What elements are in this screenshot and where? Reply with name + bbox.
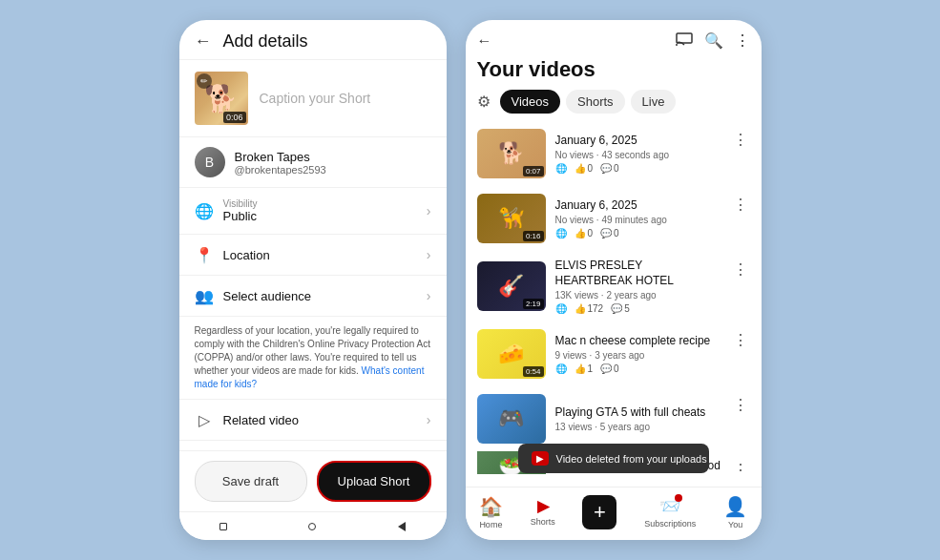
more-options-icon[interactable]: ⋮ xyxy=(735,31,750,50)
video-stats: 🌐 👍 172 💬 5 xyxy=(555,303,721,314)
shorts-nav-item[interactable]: ▶ Shorts xyxy=(531,497,555,527)
header-icons: 🔍 ⋮ xyxy=(676,31,750,50)
video-item[interactable]: 🎮 Playing GTA 5 with full cheats 13 view… xyxy=(466,386,762,451)
bottom-navigation: 🏠 Home ▶ Shorts + 📨 Subscriptions 👤 You xyxy=(466,487,762,540)
audience-content: Select audience xyxy=(223,289,427,303)
shorts-label: Shorts xyxy=(531,517,555,527)
video-title: January 6, 2025 xyxy=(555,198,721,214)
duration-badge: 2:19 xyxy=(523,299,544,309)
video-menu-button[interactable]: ⋮ xyxy=(731,394,750,416)
video-item[interactable]: 🐕 0:07 January 6, 2025 No views · 43 sec… xyxy=(466,121,762,186)
chevron-right-icon: › xyxy=(427,288,431,303)
chevron-right-icon: › xyxy=(427,247,431,262)
you-nav-item[interactable]: 👤 You xyxy=(723,495,747,529)
video-item[interactable]: 🦮 0:16 January 6, 2025 No views · 49 min… xyxy=(466,186,762,251)
video-menu-button[interactable]: ⋮ xyxy=(731,259,750,280)
tab-videos[interactable]: Videos xyxy=(500,90,561,114)
tabs-row: ⚙ Videos Shorts Live xyxy=(466,90,762,121)
likes-stat: 👍 172 xyxy=(574,303,604,314)
cast-icon[interactable] xyxy=(676,32,693,49)
toast-notification: ▶ Video deleted from your uploads xyxy=(518,444,709,473)
duration-badge: 0:54 xyxy=(523,366,544,377)
location-row[interactable]: 📍 Location › xyxy=(179,235,447,276)
subscriptions-label: Subscriptions xyxy=(644,519,696,529)
audience-icon: 👥 xyxy=(195,286,214,305)
subscriptions-nav-item[interactable]: 📨 Subscriptions xyxy=(644,496,696,529)
page-title: Add details xyxy=(223,31,308,52)
video-title: ELVIS PRESLEY HEARTBREAK HOTEL xyxy=(555,259,721,288)
header-left: ← xyxy=(477,32,492,50)
search-icon[interactable]: 🔍 xyxy=(704,31,723,50)
comments-stat: 💬 0 xyxy=(600,163,619,174)
likes-stat: 👍 0 xyxy=(574,163,594,174)
location-content: Location xyxy=(223,248,427,262)
you-icon: 👤 xyxy=(723,495,747,518)
video-item[interactable]: 🎸 2:19 ELVIS PRESLEY HEARTBREAK HOTEL 13… xyxy=(466,251,762,321)
back-button[interactable]: ← xyxy=(195,31,212,52)
video-menu-button[interactable]: ⋮ xyxy=(731,329,750,351)
related-video-row[interactable]: ▷ Related video › xyxy=(179,400,447,441)
video-info: ELVIS PRESLEY HEARTBREAK HOTEL 13K views… xyxy=(555,259,721,314)
video-meta: 13K views · 2 years ago xyxy=(555,290,721,301)
filter-icon[interactable]: ⚙ xyxy=(477,93,491,111)
audience-row[interactable]: 👥 Select audience › xyxy=(179,276,447,317)
video-thumbnail: 🎸 2:19 xyxy=(477,261,546,311)
video-item[interactable]: 🧀 0:54 Mac n cheese complete recipe 9 vi… xyxy=(466,321,762,386)
coppa-text: Regardless of your location, you're lega… xyxy=(179,317,447,400)
video-thumbnail: 🎮 xyxy=(477,394,546,444)
nav-home-button[interactable] xyxy=(308,523,316,530)
video-info: January 6, 2025 No views · 43 seconds ag… xyxy=(555,134,721,175)
play-icon: ▷ xyxy=(195,410,214,429)
home-nav-item[interactable]: 🏠 Home xyxy=(479,495,503,529)
visibility-sublabel: Visibility xyxy=(223,198,427,209)
svg-rect-0 xyxy=(677,33,692,43)
back-button[interactable]: ← xyxy=(477,32,492,50)
youtube-icon: ▶ xyxy=(532,451,549,466)
subscriptions-icon: 📨 xyxy=(659,496,680,517)
caption-input[interactable]: Caption your Short xyxy=(260,91,431,106)
edit-icon[interactable]: ✏ xyxy=(197,73,212,89)
right-phone: ← 🔍 ⋮ Your videos ⚙ Videos Shorts Live xyxy=(466,20,762,540)
save-draft-button[interactable]: Save draft xyxy=(195,461,307,502)
left-header: ← Add details xyxy=(179,20,447,60)
video-info: Mac n cheese complete recipe 9 views · 3… xyxy=(555,334,721,375)
likes-stat: 👍 0 xyxy=(574,228,594,239)
toast-text: Video deleted from your uploads xyxy=(556,453,707,465)
related-video-content: Related video xyxy=(223,413,427,427)
tab-shorts[interactable]: Shorts xyxy=(566,90,625,114)
video-list: 🐕 0:07 January 6, 2025 No views · 43 sec… xyxy=(466,121,762,474)
add-button[interactable]: + xyxy=(582,495,616,529)
video-menu-button[interactable]: ⋮ xyxy=(731,194,750,216)
video-meta: No views · 43 seconds ago xyxy=(555,150,721,160)
comments-stat: 💬 5 xyxy=(611,303,630,314)
video-thumbnail[interactable]: 🐕 ✏ 0:06 xyxy=(195,72,248,125)
upload-short-button[interactable]: Upload Short xyxy=(317,461,431,502)
add-nav-item[interactable]: + xyxy=(582,495,616,529)
video-thumbnail: 🧀 0:54 xyxy=(477,329,546,379)
duration-badge: 0:16 xyxy=(523,231,544,241)
video-info: January 6, 2025 No views · 49 minutes ag… xyxy=(555,198,721,239)
video-thumbnail: 🦮 0:16 xyxy=(477,194,546,243)
action-buttons: Save draft Upload Short xyxy=(179,450,447,511)
account-section: B Broken Tapes @brokentapes2593 xyxy=(179,137,447,188)
video-menu-button[interactable]: ⋮ xyxy=(731,129,750,151)
visibility-stat: 🌐 xyxy=(555,163,567,174)
right-header: ← 🔍 ⋮ xyxy=(466,20,762,57)
shorts-icon: ▶ xyxy=(537,497,549,515)
your-videos-title: Your videos xyxy=(466,57,762,90)
related-video-label: Related video xyxy=(223,413,427,427)
visibility-stat: 🌐 xyxy=(555,303,567,314)
video-stats: 🌐 👍 0 💬 0 xyxy=(555,163,721,174)
tab-live[interactable]: Live xyxy=(631,90,677,114)
svg-point-1 xyxy=(676,44,678,46)
video-meta: No views · 49 minutes ago xyxy=(555,215,721,225)
video-title: Playing GTA 5 with full cheats xyxy=(555,405,721,421)
visibility-row[interactable]: 🌐 Visibility Public › xyxy=(179,188,447,235)
thumb-image: 🎮 xyxy=(477,394,546,444)
home-icon: 🏠 xyxy=(479,495,503,518)
comments-stat: 💬 0 xyxy=(600,228,619,239)
nav-back-button[interactable] xyxy=(398,522,406,531)
nav-square-button[interactable] xyxy=(219,523,227,530)
video-menu-button[interactable]: ⋮ xyxy=(731,459,750,474)
visibility-content: Visibility Public xyxy=(223,198,427,223)
